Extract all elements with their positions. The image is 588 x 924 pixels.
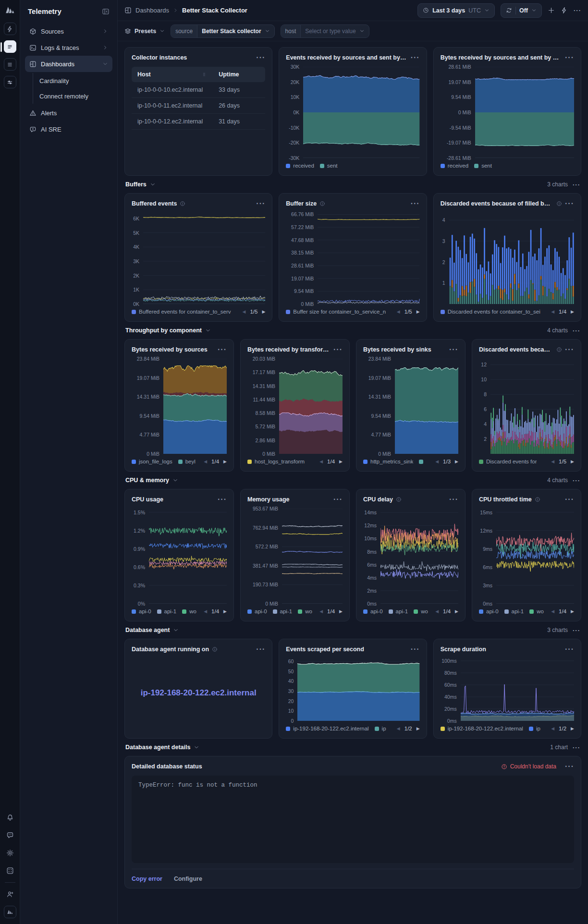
pager-prev-icon[interactable]: ◀ xyxy=(397,309,400,314)
legend-pager[interactable]: ◀1/4▶ xyxy=(204,459,227,464)
more-options-button[interactable]: ··· xyxy=(449,495,458,504)
legend-item[interactable]: Discarded events for container_to_sei xyxy=(441,309,540,315)
legend-item[interactable]: ip-192-168-20-122.ec2.internal xyxy=(286,726,368,731)
sidebar-item-connect-remotely[interactable]: Connect remotely xyxy=(33,88,112,104)
presets-button[interactable]: Presets xyxy=(124,28,165,35)
db-agent-host-link[interactable]: ip-192-168-20-122.ec2.internal xyxy=(141,688,257,698)
more-options-button[interactable]: ··· xyxy=(449,345,458,354)
legend-pager[interactable]: ◀1/2▶ xyxy=(551,726,574,731)
pager-prev-icon[interactable]: ◀ xyxy=(397,726,400,731)
more-options-button[interactable]: ··· xyxy=(256,645,265,654)
legend-item[interactable]: api-0 xyxy=(132,608,151,614)
feedback-button[interactable] xyxy=(4,829,16,841)
rail-item-uptime[interactable] xyxy=(4,23,16,35)
rail-item-docs[interactable] xyxy=(4,58,16,71)
legend-pager[interactable]: ◀1/5▶ xyxy=(551,459,574,464)
source-filter[interactable]: source Better Stack collector xyxy=(171,24,274,38)
pager-next-icon[interactable]: ▶ xyxy=(339,459,343,464)
legend-item[interactable]: json_file_logs xyxy=(132,459,172,464)
legend-item[interactable]: beyl xyxy=(178,459,196,464)
more-options-button[interactable]: ··· xyxy=(565,345,574,354)
section-title[interactable]: CPU & memory xyxy=(125,477,169,484)
sidebar-item-sources[interactable]: Sources xyxy=(25,23,112,39)
sidebar-item-alerts[interactable]: Alerts xyxy=(25,105,112,121)
more-options-button[interactable]: ··· xyxy=(218,345,227,354)
legend-item[interactable]: api-1 xyxy=(157,608,177,614)
section-title[interactable]: Database agent details xyxy=(125,744,190,751)
sidebar-collapse-button[interactable] xyxy=(102,8,110,15)
legend-item[interactable]: Buffer size for container_to_service_n xyxy=(286,309,386,315)
apps-button[interactable] xyxy=(4,864,16,877)
pager-next-icon[interactable]: ▶ xyxy=(416,726,420,731)
section-title[interactable]: Database agent xyxy=(125,627,170,633)
legend-item[interactable]: api-1 xyxy=(389,608,408,614)
rail-item-settings[interactable] xyxy=(4,76,16,88)
more-options-button[interactable]: ··· xyxy=(218,495,227,504)
invite-user-button[interactable] xyxy=(4,888,16,900)
workspace-avatar[interactable] xyxy=(4,906,16,918)
section-options-button[interactable]: ··· xyxy=(573,627,580,634)
legend-item[interactable]: http_metrics_sink xyxy=(363,459,413,464)
copy-error-button[interactable]: Copy error xyxy=(132,875,162,882)
sidebar-item-ai-sre[interactable]: AI SRE xyxy=(25,121,112,137)
legend-item[interactable]: api-0 xyxy=(479,608,499,614)
pager-next-icon[interactable]: ▶ xyxy=(262,309,265,314)
legend-item[interactable]: api-1 xyxy=(273,608,293,614)
legend-item[interactable] xyxy=(419,460,426,464)
legend-item[interactable]: Buffered events for container_to_serv xyxy=(132,309,231,315)
pager-next-icon[interactable]: ▶ xyxy=(571,609,574,614)
legend-item[interactable]: api-0 xyxy=(363,608,383,614)
more-options-button[interactable]: ··· xyxy=(565,53,574,62)
more-options-button[interactable]: ··· xyxy=(565,199,574,208)
time-range-picker[interactable]: Last 3 days UTC xyxy=(417,3,495,18)
pager-prev-icon[interactable]: ◀ xyxy=(551,459,554,464)
legend-pager[interactable]: ◀1/4▶ xyxy=(319,459,343,464)
more-options-button[interactable]: ··· xyxy=(256,53,265,62)
legend-item[interactable]: wo xyxy=(298,608,312,614)
section-options-button[interactable]: ··· xyxy=(573,477,580,484)
pager-prev-icon[interactable]: ◀ xyxy=(319,459,323,464)
pager-next-icon[interactable]: ▶ xyxy=(223,609,227,614)
pager-next-icon[interactable]: ▶ xyxy=(571,459,574,464)
legend-pager[interactable]: ◀1/2▶ xyxy=(397,726,420,731)
more-options-button[interactable]: ··· xyxy=(256,199,265,208)
pager-prev-icon[interactable]: ◀ xyxy=(319,609,323,614)
pager-prev-icon[interactable]: ◀ xyxy=(551,309,554,314)
section-title[interactable]: Throughput by component xyxy=(125,327,202,334)
section-title[interactable]: Buffers xyxy=(125,181,147,188)
more-options-button[interactable]: ··· xyxy=(333,345,343,354)
legend-item[interactable]: wo xyxy=(182,608,196,614)
more-options-button[interactable]: ··· xyxy=(565,762,574,771)
legend-pager[interactable]: ◀1/4▶ xyxy=(319,608,343,614)
legend-pager[interactable]: ◀1/5▶ xyxy=(242,309,265,315)
legend-item[interactable]: host_logs_transform xyxy=(247,459,305,464)
configure-button[interactable]: Configure xyxy=(174,875,202,882)
more-options-button[interactable]: ··· xyxy=(411,53,420,62)
add-button[interactable] xyxy=(548,7,555,14)
pager-next-icon[interactable]: ▶ xyxy=(571,726,574,731)
legend-item[interactable]: ip-192-168-20-122.ec2.internal xyxy=(441,726,523,731)
pager-next-icon[interactable]: ▶ xyxy=(571,309,574,314)
section-options-button[interactable]: ··· xyxy=(573,744,580,751)
legend-item[interactable]: api-0 xyxy=(247,608,267,614)
legend-pager[interactable]: ◀1/3▶ xyxy=(435,459,458,464)
rail-item-telemetry-active[interactable] xyxy=(4,40,16,53)
pager-next-icon[interactable]: ▶ xyxy=(339,609,343,614)
legend-item[interactable]: sent xyxy=(320,163,338,169)
legend-item[interactable]: received xyxy=(286,163,314,169)
pager-prev-icon[interactable]: ◀ xyxy=(242,309,245,314)
legend-pager[interactable]: ◀1/4▶ xyxy=(551,309,574,315)
legend-pager[interactable]: ◀1/4▶ xyxy=(551,608,574,614)
legend-item[interactable]: received xyxy=(441,163,468,169)
sidebar-item-cardinality[interactable]: Cardinality xyxy=(33,73,112,88)
pager-next-icon[interactable]: ▶ xyxy=(455,609,458,614)
more-options-button[interactable]: ··· xyxy=(411,645,420,654)
theme-toggle-button[interactable] xyxy=(4,847,16,859)
legend-item[interactable]: api-1 xyxy=(504,608,524,614)
more-options-button[interactable]: ··· xyxy=(333,495,343,504)
legend-item[interactable]: ip xyxy=(375,726,386,731)
pager-prev-icon[interactable]: ◀ xyxy=(551,609,554,614)
pager-prev-icon[interactable]: ◀ xyxy=(204,459,207,464)
column-header-uptime[interactable]: Uptime xyxy=(213,67,265,82)
breadcrumb-section[interactable]: Dashboards xyxy=(135,7,169,14)
